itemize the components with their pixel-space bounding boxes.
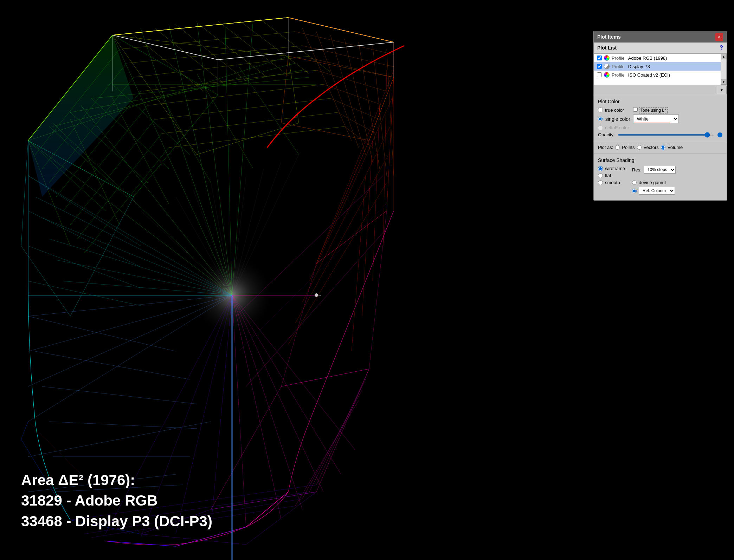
plot-list-content: Profile Adobe RGB (1998) Profile Display… [594, 54, 721, 85]
volume-label: Volume [668, 145, 683, 150]
plot-item-display-p3-name: Display P3 [628, 64, 650, 69]
plot-list-label: Plot List [597, 45, 617, 51]
plot-item-display-p3-type: Profile [612, 64, 625, 69]
res-dropdown[interactable]: 10% steps 5% steps 2% steps [644, 166, 676, 174]
flat-label: flat [605, 173, 611, 178]
tone-checkbox-group: Tone using L* [633, 107, 667, 113]
plot-item-adobe-rgb-icon [604, 55, 610, 61]
true-color-row: true color Tone using L* [598, 107, 722, 113]
plot-item-adobe-rgb[interactable]: Profile Adobe RGB (1998) [594, 54, 721, 62]
color-dropdown-wrapper: White Black Red Green Blue [633, 115, 679, 123]
plot-color-section: Plot Color true color Tone using L* sing… [594, 95, 727, 141]
scroll-up-button[interactable]: ▲ [721, 54, 727, 59]
single-color-row: single color White Black Red Green Blue [598, 115, 722, 123]
stats-line2: 31829 - Adobe RGB [21, 490, 212, 511]
opacity-label: Opacity: [598, 132, 615, 137]
help-button[interactable]: ? [720, 45, 723, 51]
plot-list: Profile Adobe RGB (1998) Profile Display… [594, 53, 727, 85]
shading-right-options: Res: 10% steps 5% steps 2% steps device … [632, 166, 722, 196]
delta-e-label: deltaE color: [605, 125, 630, 130]
device-gamut-radio[interactable] [632, 180, 637, 185]
wireframe-label: wireframe [605, 166, 625, 171]
opacity-row: Opacity: [598, 132, 722, 137]
rel-colorim-radio[interactable] [632, 189, 637, 193]
plot-color-label: Plot Color [598, 99, 722, 104]
plot-item-adobe-rgb-type: Profile [612, 56, 625, 61]
flat-radio[interactable] [598, 173, 603, 178]
spacer [632, 176, 722, 180]
delta-e-radio[interactable] [598, 125, 603, 130]
plot-item-display-p3[interactable]: Profile Display P3 [594, 62, 721, 71]
plot-item-iso-coated-name: ISO Coated v2 (ECI) [628, 72, 670, 78]
vectors-label: Vectors [644, 145, 659, 150]
opacity-thumb [717, 132, 722, 137]
rel-colorim-dropdown[interactable]: Rel. Colorim Abs. Colorim Perceptual [639, 187, 675, 195]
stats-line3: 33468 - Display P3 (DCI-P3) [21, 511, 212, 532]
panel-close-button[interactable]: × [715, 33, 723, 41]
panel-titlebar: Plot Items × [594, 31, 727, 43]
panel-title: Plot Items [597, 34, 621, 40]
plot-item-iso-coated-type: Profile [612, 72, 625, 78]
smooth-label: smooth [605, 180, 620, 185]
plot-item-display-p3-checkbox[interactable] [597, 64, 602, 69]
plot-item-iso-coated-checkbox[interactable] [597, 72, 602, 77]
tone-label: Tone using L* [639, 107, 668, 113]
plot-list-header: Plot List ? [594, 43, 727, 53]
plot-item-iso-coated-icon [604, 72, 610, 78]
tone-checkbox[interactable] [633, 107, 638, 112]
smooth-row: smooth [598, 180, 625, 185]
plot-items-panel: Plot Items × Plot List ? Profile Adobe R… [593, 31, 727, 201]
list-dropdown-button[interactable]: ▼ [717, 86, 727, 94]
surface-shading-grid: wireframe flat smooth Res: 10% steps [598, 166, 722, 196]
dropdown-row: ▼ [594, 85, 727, 95]
device-gamut-row: device gamut [632, 180, 722, 185]
vectors-radio[interactable] [637, 145, 642, 150]
flat-row: flat [598, 173, 625, 178]
surface-shading-section: Surface Shading wireframe flat smooth [594, 154, 727, 200]
stats-line1: Area ΔE² (1976): [21, 470, 212, 491]
opacity-slider[interactable] [618, 134, 715, 136]
rel-colorim-row: Rel. Colorim Abs. Colorim Perceptual [632, 187, 722, 195]
points-radio[interactable] [615, 145, 620, 150]
plot-item-adobe-rgb-name: Adobe RGB (1998) [628, 56, 667, 61]
points-label: Points [622, 145, 635, 150]
surface-shading-label: Surface Shading [598, 157, 722, 163]
shading-options: wireframe flat smooth [598, 166, 625, 196]
svg-text:--: -- [318, 292, 322, 298]
true-color-radio[interactable] [598, 108, 603, 112]
single-color-radio[interactable] [598, 117, 603, 121]
device-gamut-label: device gamut [639, 180, 666, 185]
wireframe-radio[interactable] [598, 166, 603, 171]
true-color-label: true color [605, 108, 624, 113]
stats-overlay: Area ΔE² (1976): 31829 - Adobe RGB 33468… [21, 470, 212, 532]
res-label: Res: [632, 167, 642, 172]
plot-as-label: Plot as: [598, 145, 613, 150]
svg-point-154 [315, 293, 318, 297]
plot-item-display-p3-icon [604, 64, 610, 69]
plot-as-row: Plot as: Points Vectors Volume [598, 145, 722, 150]
scrollbar-track: ▲ ▼ [721, 54, 726, 85]
wireframe-row: wireframe [598, 166, 625, 171]
volume-radio[interactable] [661, 145, 665, 150]
res-row: Res: 10% steps 5% steps 2% steps [632, 166, 722, 174]
single-color-label: single color [605, 116, 630, 122]
delta-e-row: deltaE color: [598, 125, 722, 130]
plot-item-iso-coated[interactable]: Profile ISO Coated v2 (ECI) [594, 71, 721, 79]
plot-item-adobe-rgb-checkbox[interactable] [597, 56, 602, 60]
smooth-radio[interactable] [598, 180, 603, 185]
color-dropdown[interactable]: White Black Red Green Blue [633, 115, 679, 123]
plot-as-section: Plot as: Points Vectors Volume [594, 141, 727, 154]
scroll-down-button[interactable]: ▼ [721, 79, 727, 85]
